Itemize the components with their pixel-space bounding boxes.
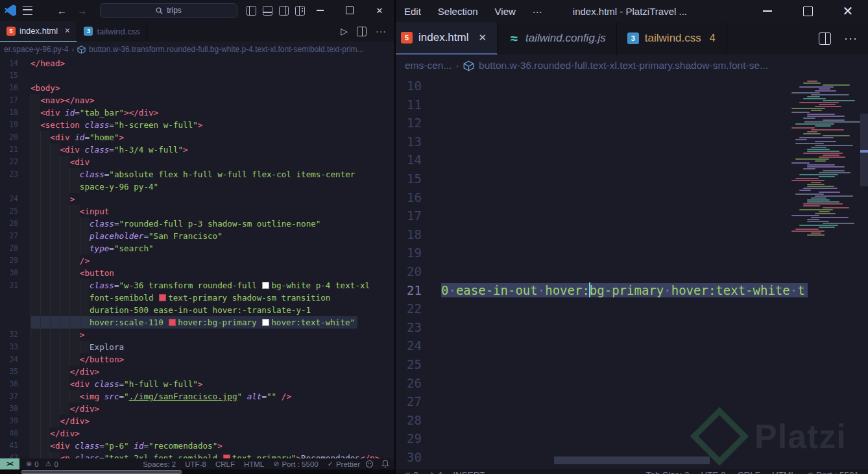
code-token: id — [75, 132, 84, 142]
vertical-scrollbar[interactable] — [860, 77, 868, 469]
status-item[interactable]: ⚠0 — [45, 460, 58, 468]
line-number — [0, 181, 18, 193]
code-token: </button> — [80, 355, 124, 364]
minimap-line — [807, 219, 819, 220]
menu-hamburger-icon[interactable] — [23, 6, 32, 15]
code-token: hover: — [545, 283, 590, 297]
minimap-line — [823, 84, 850, 86]
minimize-button[interactable] — [305, 0, 335, 21]
code-line-content: <div — [30, 156, 92, 168]
status-item[interactable]: ⊗0 — [405, 470, 418, 474]
breadcrumb-element[interactable]: button.w-36.transform.rounded-full.bg-wh… — [89, 45, 364, 54]
code-line-content: duration-500 ease-in-out hover:-translat… — [30, 304, 313, 316]
forward-arrow-icon[interactable]: → — [72, 5, 92, 16]
status-item[interactable]: ✓Prettier — [328, 460, 360, 468]
status-item[interactable]: Tab Size: 2 — [646, 470, 690, 474]
status-item-label: UTF-8 — [701, 470, 725, 474]
menu-selection[interactable]: Selection — [429, 6, 487, 17]
close-button[interactable]: ✕ — [828, 0, 868, 22]
code-line: 42 <p class="text-2xl font-semibold text… — [0, 452, 394, 458]
menu-more[interactable]: ··· — [524, 6, 551, 17]
line-number: 30 — [0, 267, 18, 279]
toggle-panel-icon[interactable] — [263, 6, 272, 16]
breadcrumb[interactable]: ems-cen... › button.w-36.rounded-full.te… — [396, 55, 868, 77]
breadcrumb-path[interactable]: ems-cen... — [405, 60, 452, 71]
element-cube-icon — [463, 60, 474, 71]
tab-tailwind.css[interactable]: 3tailwind.css4 — [617, 22, 727, 55]
horizontal-scrollbar[interactable] — [554, 456, 710, 464]
status-item[interactable]: HTML — [772, 470, 796, 474]
tab-close-icon[interactable]: ✕ — [64, 27, 70, 35]
split-editor-icon[interactable] — [357, 27, 367, 36]
right-code-editor[interactable]: 1011121314151617181920210·ease-in-out·ho… — [396, 77, 868, 469]
status-item[interactable]: UTF-8 — [701, 470, 725, 474]
toggle-sidebar-icon[interactable] — [247, 6, 256, 16]
bell-icon[interactable] — [381, 460, 389, 468]
minimap-line — [791, 112, 810, 113]
tab-index.html[interactable]: 5index.html✕ — [0, 21, 77, 42]
tab-tailwind.css[interactable]: 3tailwind.css — [77, 21, 147, 42]
status-item[interactable]: ⊘Port : 5501 — [808, 470, 859, 474]
status-item[interactable]: CRLF — [738, 470, 760, 474]
command-center-search[interactable]: trips — [100, 3, 237, 18]
status-item[interactable]: CRLF — [215, 460, 235, 468]
customize-layout-icon[interactable] — [295, 6, 305, 16]
left-code-editor[interactable]: 14</head>1516<body>17 <nav></nav>18 <div… — [0, 57, 394, 458]
code-line: 14 — [396, 151, 868, 169]
minimap-line — [795, 193, 824, 195]
code-token: = — [109, 145, 114, 155]
run-icon[interactable]: ▷ — [341, 26, 348, 36]
minimap[interactable] — [804, 81, 860, 249]
problems-status[interactable]: ⊗0⚠0 — [26, 460, 58, 468]
minimap-line — [811, 147, 826, 148]
breadcrumb-path[interactable]: er.space-y-96.py-4 — [4, 45, 68, 54]
status-item[interactable]: Spaces: 2 — [143, 460, 176, 468]
code-token: id — [65, 108, 75, 118]
minimap-line — [795, 158, 829, 160]
remote-indicator[interactable]: >< — [0, 458, 19, 469]
status-item[interactable]: ⚠4 — [429, 470, 442, 474]
progress-scrollbar[interactable] — [21, 470, 182, 474]
code-line: 20 — [396, 262, 868, 281]
code-token: id — [134, 441, 143, 451]
toggle-secondary-sidebar-icon[interactable] — [279, 6, 289, 16]
split-editor-icon[interactable] — [819, 32, 831, 45]
code-line-content — [422, 132, 441, 151]
status-item[interactable]: ⊗0 — [26, 460, 39, 468]
minimap-line — [823, 207, 849, 208]
tab-tailwind.config.js[interactable]: ≈tailwind.config.js — [498, 22, 617, 55]
code-line-content — [422, 243, 441, 262]
more-actions-icon[interactable]: ··· — [376, 26, 387, 36]
code-token: t — [797, 283, 804, 297]
minimize-button[interactable] — [747, 0, 788, 22]
code-token: </div> — [70, 404, 100, 414]
search-icon — [156, 7, 163, 14]
code-token: </div> — [60, 416, 90, 426]
code-line-content: class="absolute flex h-full w-full flex-… — [30, 168, 357, 181]
status-item[interactable]: INSERT — [453, 470, 485, 474]
breadcrumb[interactable]: er.space-y-96.py-4 › button.w-36.transfo… — [0, 42, 394, 57]
tab-index.html[interactable]: 5index.html✕ — [396, 22, 498, 55]
code-token: "w-36 transform rounded-full — [119, 281, 262, 290]
code-token: ease-in-out — [456, 283, 538, 297]
more-actions-icon[interactable]: ··· — [844, 32, 858, 45]
menu-edit[interactable]: Edit — [396, 6, 429, 17]
breadcrumb-element[interactable]: button.w-36.rounded-full.text-xl.text-pr… — [479, 60, 768, 71]
close-button[interactable]: ✕ — [365, 0, 394, 21]
feedback-icon[interactable] — [365, 460, 374, 468]
menu-view[interactable]: View — [487, 6, 524, 17]
code-line: 17 <nav></nav> — [0, 94, 394, 106]
maximize-button[interactable] — [788, 0, 828, 22]
status-item[interactable]: HTML — [244, 460, 264, 468]
maximize-button[interactable] — [335, 0, 365, 21]
code-line-content: <div class="p-6" id="recomendados"> — [30, 440, 225, 452]
left-tab-actions: ▷ ··· — [341, 21, 394, 42]
status-item[interactable]: ⊘Port : 5500 — [273, 460, 318, 468]
search-value: trips — [167, 6, 182, 15]
back-arrow-icon[interactable]: ← — [52, 5, 72, 16]
tab-close-icon[interactable]: ✕ — [478, 32, 487, 44]
indent-guides — [30, 353, 80, 366]
status-item[interactable]: UTF-8 — [185, 460, 206, 468]
code-line-content: </head> — [30, 57, 67, 69]
code-token: "" — [267, 392, 276, 401]
